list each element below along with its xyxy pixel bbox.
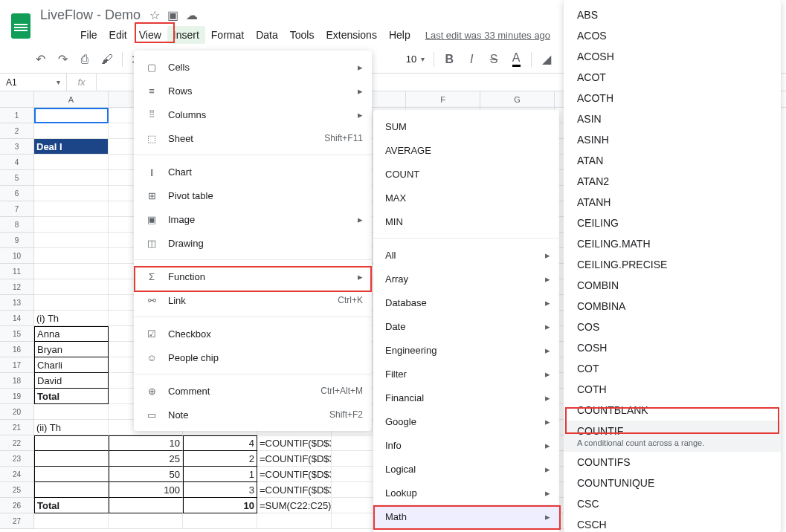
cell[interactable]: =COUNTIF($D$3:$D$12, xyxy=(257,435,332,451)
function-atan2[interactable]: ATAN2 xyxy=(564,171,781,192)
row-header[interactable]: 19 xyxy=(0,389,34,404)
cat-item-engineering[interactable]: Engineering▸ xyxy=(373,338,559,362)
function-combin[interactable]: COMBIN xyxy=(564,275,781,296)
cell[interactable] xyxy=(34,155,109,170)
cell[interactable]: 25 xyxy=(109,451,183,467)
cell[interactable]: Charli xyxy=(34,357,109,373)
cat-item-google[interactable]: Google▸ xyxy=(373,409,559,433)
cell[interactable]: 10 xyxy=(109,435,183,451)
function-csc[interactable]: CSC xyxy=(564,493,781,514)
row-header[interactable]: 22 xyxy=(0,435,34,451)
row-header[interactable]: 18 xyxy=(0,373,34,389)
cell[interactable] xyxy=(34,233,109,248)
cat-item-logical[interactable]: Logical▸ xyxy=(373,457,559,481)
col-header[interactable]: G xyxy=(480,91,555,107)
col-header[interactable]: F xyxy=(406,91,480,107)
function-cot[interactable]: COT xyxy=(564,358,781,379)
function-csch[interactable]: CSCH xyxy=(564,514,781,532)
menu-item-drawing[interactable]: ◫Drawing xyxy=(134,231,372,255)
menu-data[interactable]: Data xyxy=(250,26,284,44)
cell[interactable]: David xyxy=(34,373,109,389)
row-header[interactable]: 3 xyxy=(0,139,34,155)
italic-icon[interactable]: I xyxy=(461,49,482,70)
function-atanh[interactable]: ATANH xyxy=(564,192,781,213)
menu-extensions[interactable]: Extensions xyxy=(320,26,382,44)
cat-item-sum[interactable]: SUM xyxy=(373,114,559,138)
text-color-icon[interactable]: A xyxy=(506,49,526,70)
function-combina[interactable]: COMBINA xyxy=(564,296,781,317)
cell[interactable]: Bryan xyxy=(34,342,109,357)
row-header[interactable]: 12 xyxy=(0,279,34,295)
row-header[interactable]: 5 xyxy=(0,170,34,186)
function-countifs[interactable]: COUNTIFS xyxy=(564,452,781,473)
menu-help[interactable]: Help xyxy=(383,26,416,44)
cell[interactable]: 100 xyxy=(109,482,183,498)
cell[interactable] xyxy=(34,279,109,295)
name-box[interactable]: A1▾ xyxy=(0,74,67,91)
function-coth[interactable]: COTH xyxy=(564,379,781,400)
row-header[interactable]: 11 xyxy=(0,264,34,279)
cat-item-date[interactable]: Date▸ xyxy=(373,314,559,338)
row-header[interactable]: 15 xyxy=(0,326,34,342)
print-icon[interactable]: ⎙ xyxy=(74,49,95,70)
menu-item-function[interactable]: ΣFunction▸ xyxy=(134,265,372,288)
menu-insert[interactable]: Insert xyxy=(167,26,205,44)
menu-item-sheet[interactable]: ⬚SheetShift+F11 xyxy=(134,126,372,150)
cat-item-average[interactable]: AVERAGE xyxy=(373,138,559,162)
cell[interactable] xyxy=(34,186,109,201)
cell[interactable] xyxy=(34,201,109,217)
cat-item-array[interactable]: Array▸ xyxy=(373,267,559,291)
function-ceiling[interactable]: CEILING xyxy=(564,213,781,233)
cat-item-lookup[interactable]: Lookup▸ xyxy=(373,481,559,505)
cat-item-financial[interactable]: Financial▸ xyxy=(373,386,559,409)
function-cosh[interactable]: COSH xyxy=(564,337,781,358)
row-header[interactable]: 24 xyxy=(0,467,34,482)
row-header[interactable]: 21 xyxy=(0,420,34,435)
cell[interactable]: =SUM(C22:C25) xyxy=(257,498,332,513)
menu-item-pivot-table[interactable]: ⊞Pivot table xyxy=(134,184,372,207)
row-header[interactable]: 1 xyxy=(0,108,34,123)
cell[interactable] xyxy=(34,513,109,529)
row-header[interactable]: 25 xyxy=(0,482,34,498)
cat-item-info[interactable]: Info▸ xyxy=(373,433,559,457)
cell[interactable]: 10 xyxy=(183,498,257,513)
cell[interactable]: 4 xyxy=(183,435,257,451)
menu-tools[interactable]: Tools xyxy=(284,26,320,44)
row-header[interactable]: 9 xyxy=(0,233,34,248)
strike-icon[interactable]: S xyxy=(483,49,504,70)
cell[interactable]: Total xyxy=(34,498,109,513)
cloud-icon[interactable]: ☁ xyxy=(186,8,198,22)
cell[interactable] xyxy=(34,451,109,467)
menu-item-checkbox[interactable]: ☑Checkbox xyxy=(134,322,372,346)
row-header[interactable]: 20 xyxy=(0,404,34,420)
row-header[interactable]: 26 xyxy=(0,498,34,513)
row-header[interactable]: 7 xyxy=(0,201,34,217)
cat-item-all[interactable]: All▸ xyxy=(373,243,559,267)
cell[interactable] xyxy=(257,513,332,529)
last-edit-link[interactable]: Last edit was 33 minutes ago xyxy=(425,30,550,41)
menu-file[interactable]: File xyxy=(74,26,103,44)
row-header[interactable]: 14 xyxy=(0,311,34,326)
menu-view[interactable]: View xyxy=(133,26,167,44)
menu-item-cells[interactable]: ▢Cells▸ xyxy=(134,55,372,79)
menu-item-chart[interactable]: ⫿Chart xyxy=(134,160,372,184)
cell[interactable] xyxy=(34,482,109,498)
cell[interactable]: 50 xyxy=(109,467,183,482)
cell[interactable] xyxy=(34,248,109,264)
row-header[interactable]: 2 xyxy=(0,123,34,139)
cell[interactable] xyxy=(34,264,109,279)
cell[interactable]: 3 xyxy=(183,482,257,498)
cell[interactable]: 2 xyxy=(183,451,257,467)
function-ceiling.math[interactable]: CEILING.MATH xyxy=(564,233,781,254)
cell[interactable] xyxy=(34,435,109,451)
row-header[interactable]: 8 xyxy=(0,217,34,233)
cell[interactable]: Deal I xyxy=(34,139,109,155)
function-countif[interactable]: COUNTIFA conditional count across a rang… xyxy=(564,421,781,452)
col-header[interactable]: A xyxy=(34,91,109,107)
row-header[interactable]: 13 xyxy=(0,295,34,311)
fill-color-icon[interactable]: ◢ xyxy=(536,49,557,70)
cell[interactable] xyxy=(34,217,109,233)
function-countblank[interactable]: COUNTBLANK xyxy=(564,400,781,421)
menu-format[interactable]: Format xyxy=(205,26,250,44)
cell[interactable] xyxy=(183,513,257,529)
